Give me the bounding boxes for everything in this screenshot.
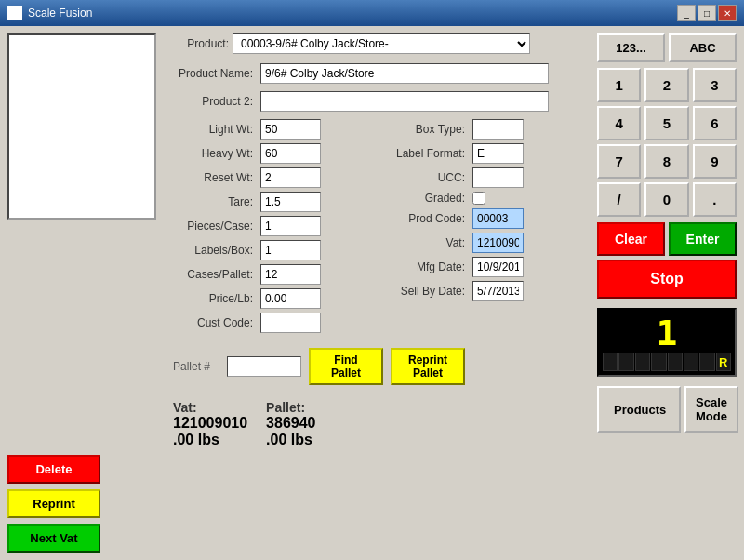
cases-pallet-row: Cases/Pallet:	[173, 264, 378, 285]
label-format-input[interactable]	[472, 143, 524, 164]
display-r-label: R	[719, 355, 727, 369]
product-select[interactable]: 00003-9/6# Colby Jack/Store-	[232, 33, 530, 54]
preview-box	[7, 33, 156, 220]
maximize-button[interactable]: □	[698, 5, 716, 21]
display-cell-3	[635, 353, 650, 371]
display-cell-7	[699, 353, 714, 371]
reset-wt-input[interactable]	[260, 167, 321, 188]
pallet-input[interactable]	[227, 356, 301, 377]
graded-checkbox[interactable]	[472, 192, 485, 205]
numpad-dot[interactable]: .	[693, 182, 737, 217]
pieces-case-label: Pieces/Case:	[173, 220, 257, 233]
main-window: Delete Reprint Next Vat Product: 00003-9…	[0, 26, 744, 560]
numpad-3[interactable]: 3	[693, 68, 737, 102]
heavy-wt-input[interactable]	[260, 143, 321, 164]
heavy-wt-row: Heavy Wt:	[173, 143, 378, 164]
title-bar-buttons: _ □ ✕	[677, 5, 737, 21]
pieces-case-input[interactable]	[260, 216, 321, 236]
price-lb-input[interactable]	[260, 288, 321, 309]
left-panel: Delete Reprint Next Vat	[7, 33, 166, 553]
pallet-hash-label: Pallet #	[173, 360, 219, 373]
prod-code-input[interactable]	[472, 208, 524, 229]
clear-button[interactable]: Clear	[597, 222, 665, 256]
reset-wt-row: Reset Wt:	[173, 167, 378, 188]
numpad-7[interactable]: 7	[597, 144, 641, 179]
display-cell-2	[618, 353, 633, 371]
pallet-info-label: Pallet:	[266, 400, 315, 415]
pieces-case-row: Pieces/Case:	[173, 216, 378, 236]
tare-row: Tare:	[173, 192, 378, 212]
stop-button[interactable]: Stop	[597, 260, 737, 299]
title-bar-left: ⚖ Scale Fusion	[7, 6, 92, 20]
sell-by-row: Sell By Date:	[385, 281, 590, 301]
mfg-date-label: Mfg Date:	[385, 260, 469, 273]
box-type-row: Box Type:	[385, 119, 590, 140]
display-cell-r: R	[716, 353, 731, 371]
vat-lbs: .00 lbs	[173, 432, 247, 448]
find-pallet-button[interactable]: FindPallet	[309, 348, 383, 385]
product2-input[interactable]	[260, 91, 549, 112]
reprint-pallet-button[interactable]: ReprintPallet	[391, 348, 465, 385]
num-mode-button[interactable]: 123...	[597, 33, 665, 62]
numpad-8[interactable]: 8	[644, 144, 688, 179]
numpad-1[interactable]: 1	[597, 68, 641, 102]
product-label: Product:	[173, 37, 229, 50]
reprint-button[interactable]: Reprint	[7, 489, 100, 518]
vat-row: Vat:	[385, 233, 590, 253]
vat-input[interactable]	[472, 233, 524, 253]
bottom-mode-buttons: Products ScaleMode	[597, 386, 737, 433]
sell-by-input[interactable]	[472, 281, 524, 301]
cust-code-row: Cust Code:	[173, 313, 378, 333]
mode-buttons: 123... ABC	[597, 33, 737, 62]
numpad-5[interactable]: 5	[644, 106, 688, 140]
product-name-row: Product Name:	[173, 63, 590, 84]
product-name-label: Product Name:	[173, 67, 257, 80]
cases-pallet-input[interactable]	[260, 264, 321, 285]
right-panel: 123... ABC 1 2 3 4 5 6 7 8 9 / 0 . Clear…	[597, 33, 737, 553]
product-name-input[interactable]	[260, 63, 549, 84]
label-format-label: Label Format:	[385, 147, 469, 160]
mfg-date-input[interactable]	[472, 257, 524, 277]
light-wt-input[interactable]	[260, 119, 321, 140]
heavy-wt-label: Heavy Wt:	[173, 147, 257, 160]
two-col-section: Light Wt: Heavy Wt: Reset Wt: Tare:	[173, 119, 590, 337]
display-bottom: R	[603, 353, 731, 371]
numpad-6[interactable]: 6	[693, 106, 737, 140]
graded-row: Graded:	[385, 192, 590, 205]
labels-box-input[interactable]	[260, 240, 321, 260]
ucc-input[interactable]	[472, 167, 524, 188]
product2-label: Product 2:	[173, 95, 257, 108]
next-vat-button[interactable]: Next Vat	[7, 524, 100, 553]
cust-code-input[interactable]	[260, 313, 321, 333]
numpad-slash[interactable]: /	[597, 182, 641, 217]
labels-box-row: Labels/Box:	[173, 240, 378, 260]
numpad-9[interactable]: 9	[693, 144, 737, 179]
pallet-lbs: .00 lbs	[266, 432, 315, 448]
display-top: 1	[603, 313, 731, 353]
minimize-button[interactable]: _	[677, 5, 696, 21]
graded-label: Graded:	[385, 192, 469, 205]
display-cell-5	[668, 353, 683, 371]
product2-row: Product 2:	[173, 91, 590, 112]
reset-wt-label: Reset Wt:	[173, 171, 257, 184]
light-wt-label: Light Wt:	[173, 123, 257, 136]
scale-mode-button[interactable]: ScaleMode	[684, 386, 738, 433]
pallet-info-block: Pallet: 386940 .00 lbs	[266, 400, 315, 448]
col-left: Light Wt: Heavy Wt: Reset Wt: Tare:	[173, 119, 378, 337]
enter-button[interactable]: Enter	[669, 222, 737, 256]
tare-label: Tare:	[173, 195, 257, 208]
delete-button[interactable]: Delete	[7, 455, 100, 484]
vat-info-value: 121009010	[173, 415, 247, 432]
close-button[interactable]: ✕	[718, 5, 737, 21]
box-type-input[interactable]	[472, 119, 524, 140]
numpad-2[interactable]: 2	[644, 68, 688, 102]
price-lb-row: Price/Lb:	[173, 288, 378, 309]
products-button[interactable]: Products	[597, 386, 681, 433]
numpad-0[interactable]: 0	[644, 182, 688, 217]
mfg-date-row: Mfg Date:	[385, 257, 590, 277]
numpad-4[interactable]: 4	[597, 106, 641, 140]
tare-input[interactable]	[260, 192, 321, 212]
display-cell-6	[684, 353, 698, 371]
vat-info-block: Vat: 121009010 .00 lbs	[173, 400, 247, 448]
abc-mode-button[interactable]: ABC	[669, 33, 737, 62]
